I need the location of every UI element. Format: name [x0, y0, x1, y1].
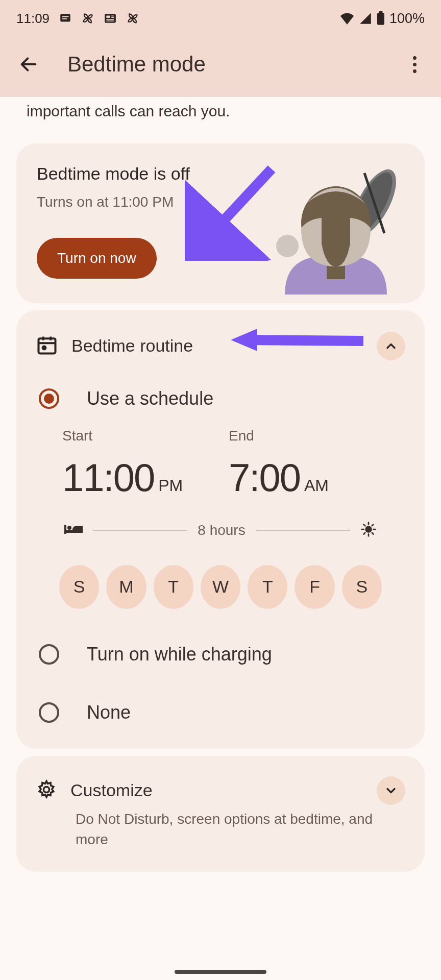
start-time-value: 11:00	[62, 455, 154, 500]
routine-section-title: Bedtime routine	[71, 336, 363, 356]
option-label: None	[87, 702, 131, 723]
svg-line-34	[364, 532, 365, 534]
bed-icon	[64, 523, 83, 538]
end-label: End	[229, 428, 385, 444]
app-bar: Bedtime mode	[0, 37, 441, 97]
svg-point-14	[276, 235, 299, 257]
pinwheel-icon	[81, 12, 94, 25]
svg-rect-25	[64, 530, 83, 533]
day-toggle-sun[interactable]: S	[59, 565, 99, 609]
gear-icon	[36, 779, 57, 802]
status-time: 11:09	[16, 11, 50, 27]
option-label: Use a schedule	[87, 388, 213, 409]
page-title: Bedtime mode	[67, 52, 400, 77]
news-icon	[104, 13, 117, 24]
day-toggle-fri[interactable]: F	[295, 565, 334, 609]
turn-on-now-button[interactable]: Turn on now	[37, 238, 157, 279]
svg-rect-2	[62, 18, 67, 19]
svg-rect-0	[60, 14, 70, 21]
battery-icon	[376, 11, 385, 26]
svg-rect-10	[379, 11, 382, 14]
svg-rect-9	[377, 13, 384, 25]
duration-row: 8 hours	[36, 500, 405, 554]
svg-rect-7	[111, 16, 114, 17]
svg-line-33	[372, 532, 374, 534]
option-none[interactable]: None	[36, 683, 405, 733]
cell-signal-icon	[359, 12, 372, 24]
bedtime-status-card: Bedtime mode is off Turns on at 11:00 PM…	[16, 143, 425, 303]
option-use-schedule[interactable]: Use a schedule	[36, 370, 405, 428]
status-bar: 11:09 100%	[0, 0, 441, 37]
customize-title: Customize	[70, 780, 363, 800]
expand-button[interactable]	[377, 776, 405, 805]
intro-text: important calls can reach you.	[4, 97, 437, 136]
svg-rect-4	[106, 16, 110, 18]
start-label: Start	[62, 428, 218, 444]
end-time-picker[interactable]: End 7:00 AM	[229, 428, 385, 500]
wifi-icon	[339, 12, 355, 24]
overflow-menu-button[interactable]	[400, 50, 429, 79]
option-while-charging[interactable]: Turn on while charging	[36, 619, 405, 683]
end-ampm: AM	[304, 476, 329, 495]
bedtime-illustration	[270, 162, 402, 295]
customize-subtitle: Do Not Disturb, screen options at bedtim…	[36, 809, 405, 852]
calendar-icon	[36, 334, 58, 358]
day-toggle-tue[interactable]: T	[154, 565, 193, 609]
day-toggle-thu[interactable]: T	[248, 565, 287, 609]
svg-point-26	[67, 526, 71, 530]
sun-icon	[360, 521, 377, 540]
end-time-value: 7:00	[229, 455, 300, 500]
day-toggle-sat[interactable]: S	[342, 565, 382, 609]
nav-handle[interactable]	[175, 970, 266, 974]
day-toggle-mon[interactable]: M	[106, 565, 146, 609]
collapse-button[interactable]	[377, 332, 405, 360]
day-toggle-wed[interactable]: W	[201, 565, 240, 609]
svg-point-27	[366, 526, 372, 532]
start-time-picker[interactable]: Start 11:00 PM	[62, 428, 218, 500]
radio-unselected-icon	[39, 702, 59, 723]
svg-point-36	[43, 787, 49, 792]
radio-selected-icon	[39, 388, 59, 409]
svg-rect-8	[111, 17, 114, 18]
start-ampm: PM	[158, 476, 183, 495]
svg-rect-6	[106, 20, 114, 21]
customize-card[interactable]: Customize Do Not Disturb, screen options…	[16, 756, 425, 872]
svg-point-22	[43, 346, 46, 349]
radio-unselected-icon	[39, 644, 59, 665]
battery-percent: 100%	[389, 11, 425, 27]
svg-rect-1	[62, 16, 69, 17]
svg-rect-3	[105, 14, 116, 22]
svg-line-32	[364, 524, 365, 526]
message-icon	[59, 12, 72, 25]
bedtime-routine-card: Bedtime routine Use a schedule Start 11:…	[16, 310, 425, 749]
days-row: S M T W T F S	[36, 554, 405, 619]
pinwheel-icon-2	[126, 12, 139, 25]
svg-rect-18	[39, 338, 56, 353]
svg-rect-5	[106, 19, 114, 20]
svg-line-35	[372, 524, 374, 526]
option-label: Turn on while charging	[87, 644, 272, 665]
duration-text: 8 hours	[198, 522, 245, 538]
back-button[interactable]	[12, 48, 45, 81]
